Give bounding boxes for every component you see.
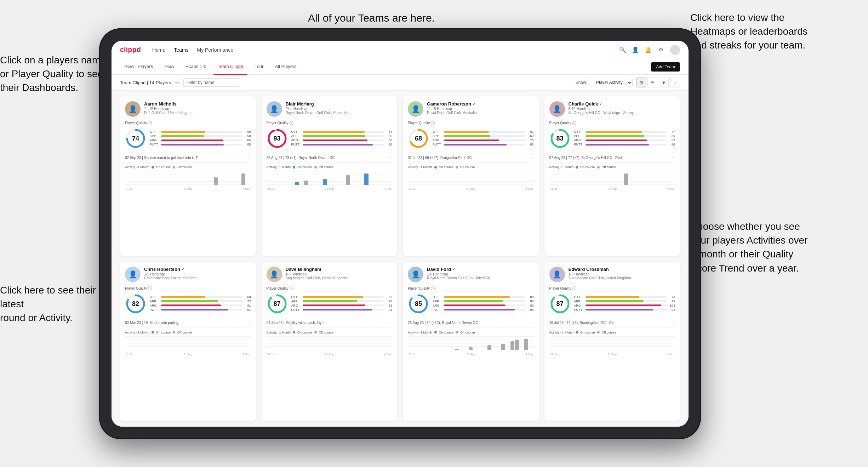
nav-my-performance[interactable]: My Performance <box>197 47 233 53</box>
latest-round[interactable]: 18 Jul 23 | 74 (+3), Sunningdale GC - Ol… <box>549 318 675 328</box>
tab-pga[interactable]: PGA <box>160 59 178 75</box>
player-club: Sunningdale Golf Club, United Kingdom <box>569 276 675 280</box>
quality-label: Player Quality i <box>267 286 393 290</box>
player-handicap: 1-5 Handicap <box>144 272 251 276</box>
list-view-button[interactable]: ☰ <box>647 78 657 87</box>
app-logo: clippd <box>120 46 141 54</box>
navbar-links: Home Teams My Performance <box>152 47 233 53</box>
tab-tour[interactable]: Tour <box>250 59 268 75</box>
annotation-latest-round: Click here to see their latest round or … <box>0 283 113 325</box>
quality-section: 93 OTT 84 APP 85 ARG <box>267 128 393 149</box>
quality-section: 87 OTT 73 APP 79 ARG <box>549 293 675 314</box>
player-handicap: 11-15 Handicap <box>144 107 251 111</box>
quality-circle[interactable]: 82 <box>125 293 146 314</box>
latest-round[interactable]: 26 Aug 23 | 73 (+1), Royal North Devon G… <box>267 153 393 163</box>
latest-round[interactable]: 04 Sep 23 | Mobility with coach, Gym → <box>267 318 393 328</box>
search-input[interactable] <box>183 78 240 87</box>
grid-view-button[interactable]: ⊞ <box>636 78 646 87</box>
tab-pgat-players[interactable]: PGAT Players <box>120 59 157 75</box>
player-avatar: 👤 <box>408 267 423 282</box>
player-avatar: 👤 <box>267 101 282 117</box>
player-club: Royal North Devon Golf Club, United Kil.… <box>427 276 534 280</box>
player-card[interactable]: 👤 Edward Crossman 1-5 Handicap Sunningda… <box>544 262 680 421</box>
activity-section: Activity · 1 Month On course Off course <box>408 331 534 356</box>
player-card[interactable]: 👤 Aaron Nicholls 11-15 Handicap Drift Go… <box>120 96 256 256</box>
player-name[interactable]: Chris Robertson ✓ <box>144 267 251 272</box>
quality-circle[interactable]: 83 <box>549 128 571 149</box>
quality-circle[interactable]: 85 <box>408 293 429 314</box>
player-card[interactable]: 👤 David Ford ✓ 1-5 Handicap Royal North … <box>403 262 539 421</box>
quality-circle[interactable]: 87 <box>267 293 288 314</box>
player-name[interactable]: Edward Crossman <box>569 267 675 272</box>
quality-bars: OTT 82 APP 74 ARG 85 <box>291 295 393 312</box>
player-name[interactable]: Aaron Nicholls <box>144 101 251 107</box>
activity-chart: 31 Jul 21 Aug 4 Sep <box>408 336 534 356</box>
tab-hcaps[interactable]: Hcaps 1-5 <box>181 59 211 75</box>
latest-round[interactable]: 02 Sep 23 | Sunrise round to get back in… <box>125 153 251 163</box>
latest-round[interactable]: 07 Aug 23 | 77 (+7), St George's Hill GC… <box>549 153 675 163</box>
player-club: Craigmillar Park, United Kingdom <box>144 276 251 280</box>
quality-bars: OTT 77 APP 80 ARG 83 <box>574 130 675 147</box>
quality-circle[interactable]: 68 <box>408 128 429 149</box>
team-label: Team Clippd | 14 Players <box>120 80 171 85</box>
player-handicap: Plus Handicap <box>286 107 393 111</box>
quality-label: Player Quality i <box>408 121 534 125</box>
activity-chart: 31 Jul 21 Aug 4 Sep <box>267 336 393 356</box>
notifications-icon[interactable]: 🔔 <box>645 46 652 53</box>
avatar[interactable] <box>670 45 680 55</box>
player-name[interactable]: Charlie Quick ✓ <box>569 101 675 107</box>
filter-right: Show: Player Activity ⊞ ☰ ▼ ↕ <box>576 78 680 87</box>
navbar-right: 🔍 👤 🔔 ⚙ <box>619 45 680 55</box>
annotation-teams-here: All of your Teams are here. <box>308 11 435 25</box>
ipad-frame: clippd Home Teams My Performance 🔍 👤 🔔 ⚙… <box>99 28 701 439</box>
player-club: Drift Golf Club, United Kingdom <box>144 111 251 115</box>
add-team-button[interactable]: Add Team <box>651 62 680 72</box>
player-name[interactable]: David Ford ✓ <box>427 267 534 272</box>
player-club: Royal North Devon Golf Club, United Kin.… <box>286 111 393 115</box>
quality-label: Player Quality i <box>125 286 251 290</box>
player-card[interactable]: 👤 Dave Billingham 1-5 Handicap Sag Magin… <box>262 262 398 421</box>
player-card[interactable]: 👤 Charlie Quick ✓ 6-10 Handicap St. Geor… <box>544 96 680 256</box>
player-handicap: 6-10 Handicap <box>569 107 675 111</box>
activity-chart: 31 Jul 21 Aug 4 Sep <box>549 171 675 190</box>
tab-all-players[interactable]: All Players <box>270 59 301 75</box>
sort-view-button[interactable]: ↕ <box>670 78 680 87</box>
player-club: Sag Maging Golf Club, United Kingdom <box>286 276 393 280</box>
player-name[interactable]: Blair McHarg <box>286 101 393 107</box>
annotation-activities: Choose whether you see your players Acti… <box>690 220 807 275</box>
nav-teams[interactable]: Teams <box>174 47 188 53</box>
profile-icon[interactable]: 👤 <box>632 46 639 53</box>
player-handicap: 1-5 Handicap <box>286 272 393 276</box>
player-name[interactable]: Cameron Robertson ✓ <box>427 101 534 107</box>
quality-circle[interactable]: 93 <box>267 128 288 149</box>
player-avatar: 👤 <box>125 267 141 282</box>
quality-section: 74 OTT 60 APP 58 ARG <box>125 128 251 149</box>
latest-round[interactable]: 02 Jul 23 | 59 (+17), Craigmillar Park G… <box>408 153 534 163</box>
latest-round[interactable]: 03 Mar 23 | 19, Must make putting → <box>125 318 251 328</box>
player-card[interactable]: 👤 Chris Robertson ✓ 1-5 Handicap Craigmi… <box>120 262 256 421</box>
show-dropdown[interactable]: Player Activity <box>591 78 633 87</box>
quality-section: 83 OTT 77 APP 80 ARG <box>549 128 675 149</box>
filter-view-button[interactable]: ▼ <box>659 78 669 87</box>
settings-icon[interactable]: ⚙ <box>657 46 664 53</box>
search-icon[interactable]: 🔍 <box>619 46 626 53</box>
player-card[interactable]: 👤 Blair McHarg Plus Handicap Royal North… <box>262 96 398 256</box>
player-card[interactable]: 👤 Cameron Robertson ✓ 11-15 Handicap Roy… <box>403 96 539 256</box>
player-avatar: 👤 <box>267 267 282 282</box>
nav-home[interactable]: Home <box>152 47 165 53</box>
tab-team-clippd[interactable]: Team Clippd <box>213 59 247 75</box>
navbar: clippd Home Teams My Performance 🔍 👤 🔔 ⚙ <box>112 41 689 59</box>
quality-circle[interactable]: 74 <box>125 128 146 149</box>
activity-chart: 31 Jul 21 Aug 4 Sep <box>408 171 534 190</box>
tab-bar: PGAT Players PGA Hcaps 1-5 Team Clippd T… <box>112 59 689 75</box>
quality-bars: OTT 73 APP 79 ARG 103 <box>574 295 675 312</box>
quality-section: 68 OTT 61 APP 63 ARG <box>408 128 534 149</box>
activity-section: Activity · 1 Month On course Off course <box>549 331 675 356</box>
edit-icon[interactable]: ✏ <box>175 80 179 85</box>
quality-circle[interactable]: 87 <box>549 293 571 314</box>
player-name[interactable]: Dave Billingham <box>286 267 393 272</box>
player-handicap: 11-15 Handicap <box>427 107 534 111</box>
quality-section: 87 OTT 82 APP 74 ARG <box>267 293 393 314</box>
latest-round[interactable]: 26 Aug 23 | 84 (+12), Royal North Devon … <box>408 318 534 328</box>
player-avatar: 👤 <box>125 101 141 117</box>
